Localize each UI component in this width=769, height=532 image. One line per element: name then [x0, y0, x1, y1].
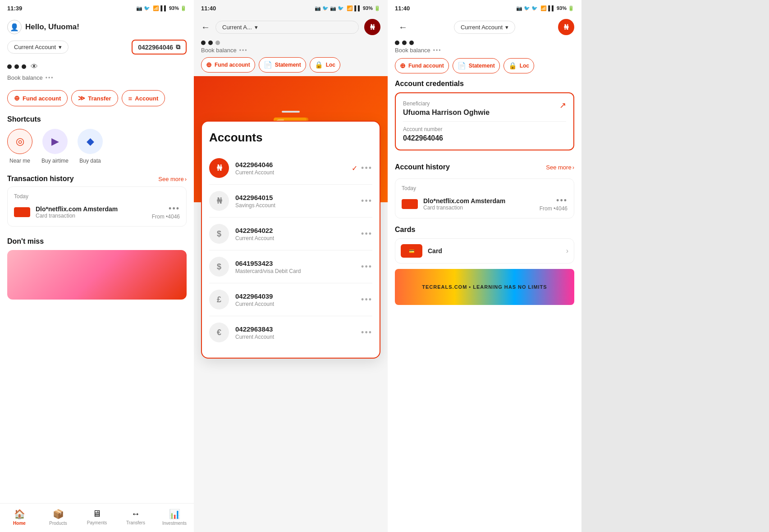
credentials-section: Account credentials ↗ Beneficiary Ufuoma… [388, 80, 581, 158]
more-icon-5[interactable]: ••• [361, 328, 372, 337]
book-balance-left: Book balance ••• [0, 73, 194, 86]
nav-investments[interactable]: 📊 Investments [155, 509, 194, 526]
statement-button-right[interactable]: 📄 Statement [453, 58, 500, 73]
acc-icon-1: ₦ [209, 191, 229, 211]
acc-icon-0: ₦ [209, 158, 229, 178]
naira-badge-middle[interactable]: ₦ [364, 19, 380, 35]
book-balance-right: Book balance ••• [388, 46, 581, 58]
transaction-type: Card transaction [36, 213, 146, 219]
account-item-5[interactable]: € 0422963843 Current Account ••• [209, 316, 372, 349]
account-history-title: Account history [395, 159, 450, 175]
dot-mid-3 [215, 41, 220, 45]
acc-type-3: Mastercard/visa Debit Card [235, 268, 361, 274]
account-item-3[interactable]: $ 0641953423 Mastercard/visa Debit Card … [209, 250, 372, 283]
fund-account-button-middle[interactable]: ⊕ Fund account [201, 57, 255, 73]
back-arrow-right[interactable]: ← [395, 20, 411, 34]
acc-info-3: 0641953423 Mastercard/visa Debit Card [235, 259, 361, 274]
transaction-name: Dlo*netflix.com Amsterdam [36, 205, 146, 213]
bottom-nav-left: 🏠 Home 📦 Products 🖥 Payments ↔ Transfers… [0, 503, 194, 532]
account-button-left[interactable]: ≡ Account [122, 90, 165, 106]
nav-home[interactable]: 🏠 Home [0, 509, 39, 526]
balance-dots-sm: ••• [46, 75, 54, 81]
account-selector-left[interactable]: Current Account ▾ [7, 41, 69, 54]
cred-divider [403, 121, 566, 122]
transfer-icon: ≫ [78, 94, 85, 102]
card-item[interactable]: 💳 Card › [395, 238, 574, 264]
time-middle: 11:40 [201, 5, 216, 12]
menu-icon: ≡ [128, 95, 133, 102]
back-arrow-middle[interactable]: ← [201, 22, 210, 32]
nav-transfers[interactable]: ↔ Transfers [116, 509, 155, 525]
transaction-title: Transaction history [7, 175, 74, 183]
card-transaction-icon [14, 207, 30, 217]
left-panel: 11:39 📷 🐦 📶 ▌▌ 93% 🔋 👤 Hello, Ufuoma! Cu… [0, 0, 194, 532]
more-icon-4[interactable]: ••• [361, 295, 372, 305]
acc-number-1: 0422964015 [235, 194, 361, 201]
more-icon-2[interactable]: ••• [361, 229, 372, 239]
history-meta: ••• From •4046 [540, 196, 568, 212]
naira-badge-right[interactable]: ₦ [558, 19, 574, 35]
acc-icon-5: € [209, 323, 229, 342]
history-transaction-icon [402, 199, 418, 209]
dont-miss-card[interactable] [7, 250, 187, 300]
time-right: 11:40 [395, 5, 410, 12]
dont-miss-title: Don't miss [0, 234, 194, 250]
action-buttons-left: ⊕ Fund account ≫ Transfer ≡ Account [0, 86, 194, 112]
history-type: Card transaction [423, 205, 534, 211]
acc-number-2: 0422964022 [235, 227, 361, 234]
data-label: Buy data [79, 158, 101, 164]
mid-header: ← Current A... ▾ ₦ [194, 16, 388, 38]
fund-account-button-right[interactable]: ⊕ Fund account [395, 58, 449, 73]
lock-button-right[interactable]: 🔒 Loc [504, 58, 534, 73]
transaction-card-left: Today Dlo*netflix.com Amsterdam Card tra… [7, 186, 187, 227]
transfer-button-left[interactable]: ≫ Transfer [71, 90, 118, 106]
card-chevron-icon: › [566, 247, 568, 255]
account-number-label: Account number [403, 126, 566, 132]
modal-handle [282, 111, 300, 113]
transaction-menu-icon[interactable]: ••• [169, 204, 180, 213]
statement-button-middle[interactable]: 📄 Statement [259, 57, 306, 73]
investments-label: Investments [162, 521, 187, 526]
nav-products[interactable]: 📦 Products [39, 509, 78, 526]
dot-right-1 [395, 41, 399, 45]
balance-dots-right [388, 38, 581, 46]
more-icon-3[interactable]: ••• [361, 262, 372, 272]
shortcut-buy-data[interactable]: ◆ Buy data [78, 129, 103, 164]
status-icons-middle: 📷 🐦 📷 🐦 📶 ▌▌ 93% 🔋 [315, 5, 380, 11]
share-icon[interactable]: ↗ [559, 100, 566, 110]
copy-icon[interactable]: ⧉ [176, 43, 180, 51]
dot-right-3 [409, 41, 414, 45]
acc-icon-2: $ [209, 224, 229, 244]
account-item-0[interactable]: ₦ 0422964046 Current Account ✓ ••• [209, 152, 372, 185]
nav-payments[interactable]: 🖥 Payments [78, 509, 116, 525]
see-more-transactions[interactable]: See more › [158, 176, 187, 182]
account-selector-right[interactable]: Current Account ▾ [454, 21, 515, 34]
transaction-meta: ••• From •4046 [152, 204, 180, 220]
eye-icon[interactable]: 👁 [31, 63, 38, 71]
right-panel-header: ← Current Account ▾ ₦ [388, 16, 581, 38]
account-item-1[interactable]: ₦ 0422964015 Savings Account ••• [209, 185, 372, 218]
account-item-2[interactable]: $ 0422964022 Current Account ••• [209, 218, 372, 250]
lock-button-middle[interactable]: 🔒 Loc [310, 57, 340, 73]
account-selector-middle[interactable]: Current A... ▾ [215, 21, 359, 34]
history-menu-icon[interactable]: ••• [556, 196, 568, 205]
avatar-icon[interactable]: 👤 [7, 20, 22, 34]
acc-icon-4: £ [209, 290, 229, 309]
account-history-header: Account history See more › [388, 158, 581, 178]
acc-info-1: 0422964015 Savings Account [235, 194, 361, 209]
chevron-down-icon-right: ▾ [505, 24, 508, 31]
more-icon-1[interactable]: ••• [361, 196, 372, 206]
fund-account-button-left[interactable]: ⊕ Fund account [7, 90, 68, 106]
account-number-badge[interactable]: 0422964046 ⧉ [132, 40, 187, 55]
shortcut-buy-airtime[interactable]: ▶ Buy airtime [41, 129, 69, 164]
acc-info-0: 0422964046 Current Account [235, 161, 352, 176]
account-row-left: Current Account ▾ 0422964046 ⧉ [0, 36, 194, 58]
account-item-4[interactable]: £ 0422964039 Current Account ••• [209, 283, 372, 316]
history-card-right: Today Dlo*netflix.com Amsterdam Card tra… [395, 178, 574, 218]
more-icon-0[interactable]: ••• [361, 164, 372, 173]
history-item: Dlo*netflix.com Amsterdam Card transacti… [402, 196, 568, 212]
shortcut-near-me[interactable]: ◎ Near me [7, 129, 32, 164]
see-more-history[interactable]: See more › [546, 164, 574, 171]
status-bar-left: 11:39 📷 🐦 📶 ▌▌ 93% 🔋 [0, 0, 194, 16]
action-buttons-middle: ⊕ Fund account 📄 Statement 🔒 Loc [194, 57, 388, 76]
